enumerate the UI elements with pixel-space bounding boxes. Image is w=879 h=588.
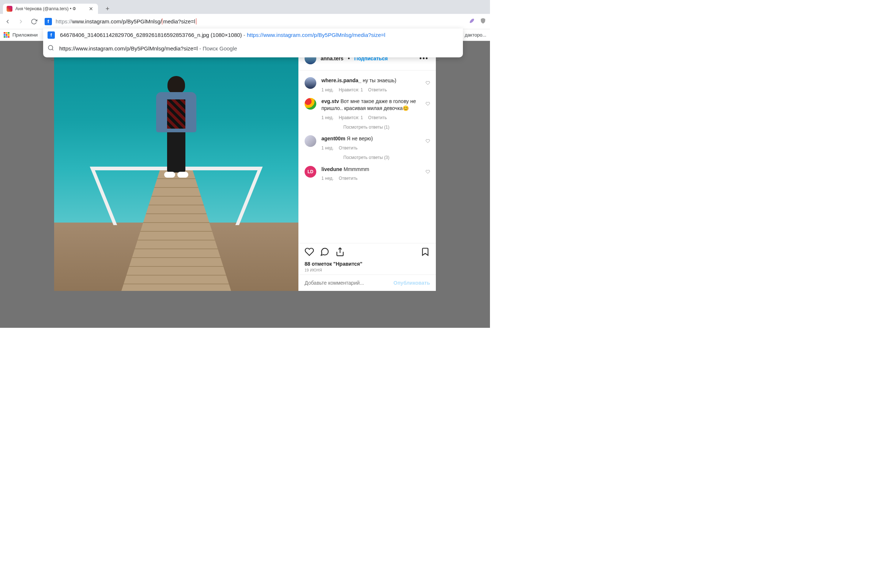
bookmark-item[interactable]: дакторо...: [465, 32, 486, 38]
comment-text: Mmmmmm: [344, 166, 369, 172]
comment-item: LD liveduneMmmmmm 1 нед. Ответить: [305, 162, 430, 183]
reply-button[interactable]: Ответить: [339, 145, 357, 151]
comment-username[interactable]: livedune: [322, 166, 342, 172]
url-suggestions: f 64678406_314061142829706_6289261816592…: [43, 28, 463, 57]
reply-button[interactable]: Ответить: [339, 176, 357, 181]
forward-button[interactable]: [17, 18, 25, 26]
back-button[interactable]: [4, 18, 12, 26]
new-tab-button[interactable]: +: [102, 4, 113, 14]
avatar[interactable]: LD: [305, 166, 316, 178]
like-comment-icon[interactable]: [425, 138, 430, 145]
comment-text: ну ты знаешь): [363, 78, 396, 83]
shield-icon[interactable]: [480, 18, 486, 26]
like-comment-icon[interactable]: [425, 80, 430, 87]
bookmark-apps[interactable]: Приложени: [12, 32, 38, 38]
tab-bar: Аня Чернова (@anna.ters) • Ф ✕ +: [0, 0, 490, 14]
save-button[interactable]: [421, 247, 430, 258]
reply-button[interactable]: Ответить: [368, 87, 387, 93]
publish-button[interactable]: Опубликовать: [394, 280, 430, 286]
add-comment-form: Опубликовать: [299, 274, 436, 291]
comment-time[interactable]: 1 нед.: [322, 145, 334, 151]
facebook-icon: f: [45, 18, 52, 25]
close-tab-icon[interactable]: ✕: [89, 6, 94, 11]
suggestion-item[interactable]: https://www.instagram.com/p/By5PGlMnlsg/…: [43, 42, 463, 55]
suggestion-text: https://www.instagram.com/p/By5PGlMnlsg/…: [59, 45, 237, 51]
post-date: 19 ИЮНЯ: [305, 268, 430, 272]
search-icon: [48, 45, 54, 52]
comment-time[interactable]: 1 нед.: [322, 115, 334, 121]
comment-username[interactable]: agent00m: [322, 136, 345, 141]
apps-icon[interactable]: [4, 32, 9, 38]
comment-time[interactable]: 1 нед.: [322, 176, 334, 181]
reload-button[interactable]: [30, 18, 38, 26]
likes-count[interactable]: 88 отметок "Нравится": [305, 261, 430, 267]
share-button[interactable]: [335, 247, 345, 258]
like-comment-icon[interactable]: [425, 101, 430, 108]
comment-item: agent00mЯ не верю) 1 нед. Ответить Посмо…: [305, 132, 430, 162]
svg-point-0: [48, 45, 53, 50]
comments-list: where.is.panda_ну ты знаешь) 1 нед. Нрав…: [299, 70, 436, 243]
comment-likes[interactable]: Нравится: 1: [339, 87, 363, 93]
browser-toolbar: f https://www.instagram.com/p/By5PGlMnls…: [0, 14, 490, 29]
comment-time[interactable]: 1 нед.: [322, 87, 334, 93]
feather-icon[interactable]: [468, 18, 475, 26]
reply-button[interactable]: Ответить: [368, 115, 387, 121]
comment-text: Я не верю): [347, 136, 373, 141]
comment-button[interactable]: [320, 247, 329, 258]
avatar[interactable]: [305, 77, 316, 89]
svg-line-1: [52, 49, 53, 50]
avatar[interactable]: [305, 135, 316, 147]
comment-input[interactable]: [305, 280, 390, 286]
facebook-icon: f: [48, 32, 55, 39]
url-text: https://www.instagram.com/p/By5PGlMnlsg/…: [56, 18, 460, 24]
avatar[interactable]: [305, 98, 316, 110]
post-modal: anna.ters • Подписаться ••• where.is.pan…: [54, 47, 436, 291]
post-actions: 88 отметок "Нравится" 19 ИЮНЯ: [299, 243, 436, 274]
browser-tab[interactable]: Аня Чернова (@anna.ters) • Ф ✕: [3, 4, 98, 14]
comment-username[interactable]: evg.stv: [322, 98, 339, 104]
suggestion-item[interactable]: f 64678406_314061142829706_6289261816592…: [43, 28, 463, 42]
view-replies-button[interactable]: Посмотреть ответы (3): [343, 154, 389, 160]
modal-overlay[interactable]: anna.ters • Подписаться ••• where.is.pan…: [0, 41, 490, 328]
post-image[interactable]: [54, 47, 298, 291]
comment-item: evg.stvВот мне такое даже в голову не пр…: [305, 94, 430, 132]
comment-likes[interactable]: Нравится: 1: [339, 115, 363, 121]
address-bar[interactable]: f https://www.instagram.com/p/By5PGlMnls…: [43, 16, 463, 27]
like-comment-icon[interactable]: [425, 169, 430, 176]
comment-username[interactable]: where.is.panda_: [322, 78, 361, 83]
suggestion-text: 64678406_314061142829706_628926181659285…: [60, 32, 385, 38]
instagram-favicon: [7, 6, 12, 12]
like-button[interactable]: [305, 247, 314, 258]
view-replies-button[interactable]: Посмотреть ответы (1): [343, 124, 389, 130]
tab-title: Аня Чернова (@anna.ters) • Ф: [15, 6, 86, 11]
comment-item: where.is.panda_ну ты знаешь) 1 нед. Нрав…: [305, 74, 430, 94]
